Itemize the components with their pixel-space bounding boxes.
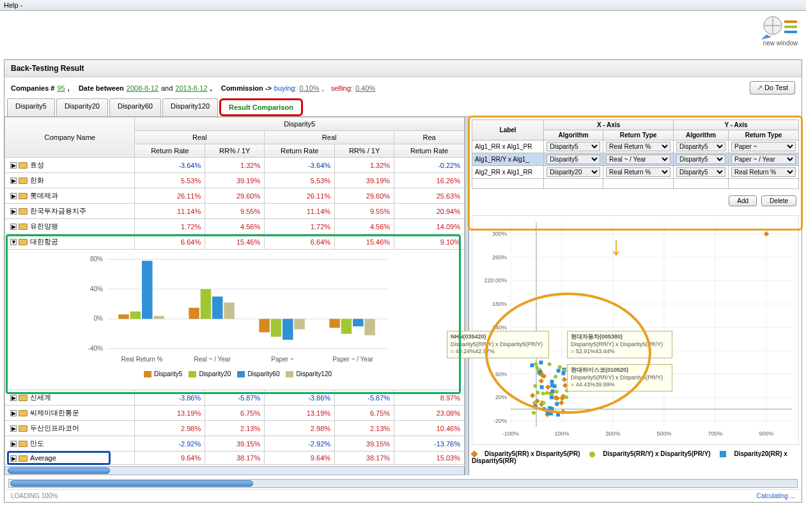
y-return-select[interactable]: Real Return % (731, 167, 796, 177)
svg-rect-122 (546, 411, 550, 415)
table-row[interactable]: ▶씨제이대한통운13.19%6.75%13.19%6.75%23.08% (5, 406, 465, 421)
date-from[interactable]: 2008-8-12 (127, 84, 159, 92)
svg-text:260%: 260% (492, 254, 507, 261)
svg-rect-119 (550, 395, 554, 399)
svg-rect-107 (542, 407, 546, 411)
svg-text:140%: 140% (492, 324, 507, 331)
expand-icon[interactable]: ▶ (10, 395, 17, 401)
tab-disparity60[interactable]: Disparity60 (109, 98, 161, 116)
x-algo-select[interactable]: Disparity5 (546, 142, 600, 151)
help-menu[interactable]: Help - (4, 1, 22, 9)
add-button[interactable]: Add (729, 195, 757, 206)
svg-rect-32 (364, 319, 375, 335)
bar-chart-legend: Disparity5Disparity20Disparity60Disparit… (5, 370, 464, 377)
tab-result-comparison[interactable]: Result Comparison (219, 98, 303, 116)
main-panel: Back-Testing Result Companies # 95 , Dat… (4, 59, 802, 503)
table-row[interactable]: ▶만도-2.92%39.15%-2.92%39.15%-13.76% (5, 436, 465, 452)
svg-text:Paper ~: Paper ~ (271, 356, 293, 363)
svg-text:900%: 900% (759, 430, 773, 437)
svg-rect-110 (557, 369, 561, 372)
y-return-select[interactable]: Paper ~ (731, 142, 796, 151)
buying-commission[interactable]: 0.10% (299, 84, 319, 92)
y-algo-select[interactable]: Disparity5 (676, 167, 725, 177)
expand-icon[interactable]: ▶ (10, 193, 17, 199)
date-to[interactable]: 2013-8-12 (175, 84, 207, 92)
svg-point-73 (554, 375, 557, 379)
svg-rect-120 (561, 409, 566, 414)
do-test-button[interactable]: ↗ Do Test (750, 81, 795, 95)
delete-button[interactable]: Delete (761, 195, 796, 206)
tab-disparity20[interactable]: Disparity20 (56, 98, 108, 116)
result-grid: Company Name Disparity5 Real Real Rea Re… (4, 117, 465, 465)
expand-icon[interactable]: ▶ (10, 224, 17, 230)
svg-rect-3 (784, 20, 797, 23)
svg-rect-92 (555, 402, 559, 406)
svg-rect-104 (539, 361, 543, 365)
folder-icon (19, 441, 27, 447)
y-algo-select[interactable]: Disparity5 (676, 142, 725, 151)
tab-disparity5[interactable]: Disparity5 (7, 98, 55, 116)
panel-title: Back-Testing Result (4, 60, 802, 77)
loading-status: LOADING 100% (11, 492, 58, 499)
folder-icon (19, 162, 27, 169)
expand-icon[interactable]: ▼ (10, 239, 17, 245)
tooltip-nhn: NHN(035420) Disparity5(RR/Y) x Disparity… (447, 331, 549, 358)
new-window-icon (761, 14, 800, 40)
y-return-select[interactable]: Paper ~ / Year (731, 155, 796, 164)
svg-point-76 (533, 384, 537, 388)
folder-icon (19, 425, 27, 432)
svg-point-85 (536, 391, 539, 395)
x-return-select[interactable]: Real ~ / Year (606, 155, 670, 164)
table-row[interactable]: ▶롯데제과26.11%29.60%26.11%29.60%25.63% (5, 188, 465, 204)
tab-disparity120[interactable]: Disparity120 (162, 98, 218, 116)
x-algo-select[interactable]: Disparity20 (546, 167, 600, 177)
scatter-legend: Disparity5(RR) x Disparity5(PR) Disparit… (472, 450, 799, 464)
table-row[interactable]: ▶두산인프라코어2.98%2.13%2.98%2.13%10.46% (5, 421, 465, 436)
svg-text:60%: 60% (495, 371, 507, 377)
table-row[interactable]: ▶유한양행1.72%4.56%1.72%4.56%14.09% (5, 219, 465, 234)
svg-rect-95 (550, 383, 554, 387)
expand-icon[interactable]: ▶ (10, 410, 17, 416)
splitter[interactable] (465, 117, 469, 475)
new-window-link[interactable]: new window (761, 14, 800, 47)
table-row[interactable]: ▶한화5.53%39.19%5.53%39.19%16.26% (5, 173, 465, 188)
table-row[interactable]: ▶Average9.64%38.17%9.64%38.17%15.03% (5, 452, 465, 465)
progress-bar (8, 479, 798, 488)
expand-icon[interactable]: ▶ (10, 162, 17, 169)
filter-row: Companies # 95 , Date between 2008-8-12 … (4, 77, 802, 98)
svg-rect-111 (545, 384, 550, 390)
h-scrollbar[interactable] (4, 466, 465, 475)
svg-text:100%: 100% (554, 430, 569, 437)
svg-text:Paper ~ / Year: Paper ~ / Year (332, 356, 373, 363)
x-return-select[interactable]: Real Return % (606, 167, 670, 177)
table-row[interactable]: ▼대한항공6.64%15.46%6.64%15.46%9.10% (5, 234, 465, 250)
expand-icon[interactable]: ▶ (10, 441, 17, 447)
expand-icon[interactable]: ▶ (10, 178, 17, 184)
table-row[interactable]: ▶한국투자금융지주11.14%9.55%11.14%9.55%20.94% (5, 204, 465, 219)
svg-text:180%: 180% (492, 301, 507, 307)
expand-icon[interactable]: ▶ (10, 425, 17, 432)
axis-row[interactable]: Alg2_RR x Alg1_RRDisparity20Real Return … (472, 166, 799, 179)
expand-icon[interactable]: ▶ (10, 208, 17, 215)
svg-text:40%: 40% (90, 285, 103, 293)
svg-text:-100%: -100% (502, 430, 519, 437)
svg-rect-101 (530, 363, 534, 367)
table-row[interactable]: ▶효성-3.64%1.32%-3.64%1.32%-0.22% (5, 158, 465, 173)
expand-icon[interactable]: ▶ (10, 455, 17, 462)
svg-rect-116 (556, 413, 560, 416)
svg-text:-20%: -20% (493, 418, 507, 424)
companies-count[interactable]: 95 (57, 84, 65, 92)
svg-rect-113 (534, 404, 538, 408)
svg-rect-5 (784, 31, 797, 33)
axis-row[interactable]: Alg1_RR/Y x Alg1_Disparity5Real ~ / Year… (472, 153, 799, 166)
x-return-select[interactable]: Real Return % (606, 142, 670, 151)
svg-rect-93 (562, 377, 567, 382)
folder-icon (19, 239, 27, 245)
svg-rect-29 (329, 319, 340, 328)
axis-row[interactable]: Alg1_RR x Alg1_PRDisparity5Real Return %… (472, 141, 799, 153)
y-algo-select[interactable]: Disparity5 (676, 155, 725, 164)
status-bar: LOADING 100% Calculating ... (4, 489, 802, 502)
left-pane: Company Name Disparity5 Real Real Rea Re… (4, 117, 465, 475)
selling-commission[interactable]: 0.40% (355, 84, 375, 92)
x-algo-select[interactable]: Disparity5 (546, 155, 600, 164)
